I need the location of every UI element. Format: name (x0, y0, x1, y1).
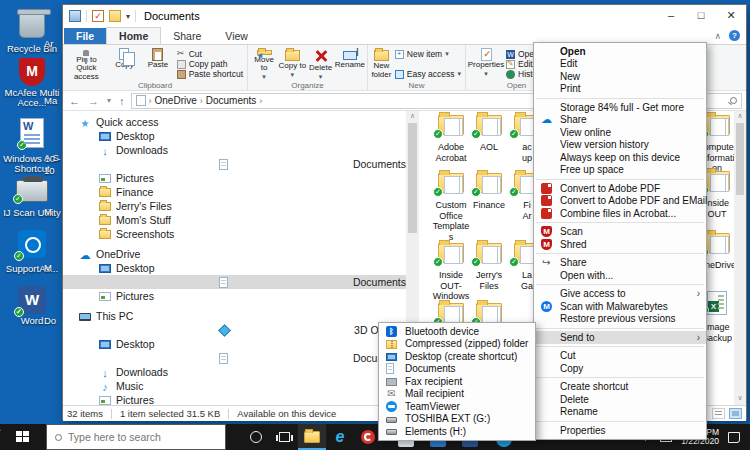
send-to-item-toshiba-ext-g[interactable]: TOSHIBA EXT (G:) (379, 413, 535, 426)
context-menu-item-restore-previous-versions[interactable]: Restore previous versions (534, 313, 706, 326)
details-view-toggle-icon[interactable] (712, 408, 725, 419)
file-item-adobe-acrobat[interactable]: Adobe Acrobat (431, 115, 471, 163)
start-button[interactable] (0, 424, 46, 450)
delete-button[interactable]: Delete (307, 47, 335, 81)
context-menu-item-rename[interactable]: Rename (534, 406, 706, 419)
file-scrollbar[interactable]: ∧ ∨ (734, 111, 746, 405)
breadcrumb-onedrive[interactable]: OneDrive (155, 95, 197, 106)
sidebar-item-quick-access[interactable]: Quick access (63, 115, 406, 129)
sidebar-item-this-pc[interactable]: This PC (63, 309, 406, 323)
context-menu-item-give-access-to[interactable]: Give access to› (534, 288, 706, 301)
recent-locations-chevron-icon[interactable]: ▾ (105, 96, 113, 105)
context-menu-item-combine-files-in-acrobat[interactable]: Combine files in Acrobat... (534, 207, 706, 220)
send-to-item-teamviewer[interactable]: TeamViewer (379, 400, 535, 413)
context-menu-item-new[interactable]: New (534, 70, 706, 83)
context-menu-item-storage-84-full-get-more[interactable]: Storage 84% full - Get more (534, 101, 706, 114)
context-menu-item-print[interactable]: Print (534, 83, 706, 96)
sidebar-item-documents[interactable]: Documents (63, 275, 406, 289)
sidebar-item-onedrive[interactable]: OneDrive (63, 247, 406, 261)
sidebar-item-jerry-s-files[interactable]: Jerry's Files (63, 199, 406, 213)
sidebar-item-downloads[interactable]: Downloads (63, 143, 406, 157)
forward-icon[interactable]: → (86, 95, 101, 107)
titlebar[interactable]: ▾ Documents – □ ✕ (63, 5, 746, 27)
file-explorer-taskbar-button[interactable] (298, 424, 326, 450)
context-menu-item-share[interactable]: Share (534, 114, 706, 127)
properties-button[interactable]: Properties (468, 47, 504, 81)
file-item-aol[interactable]: AOL (469, 115, 509, 153)
context-menu-item-scan-with-malwarebytes[interactable]: Scan with Malwarebytes (534, 300, 706, 313)
file-item-inside-out-windows-10[interactable]: Inside OUT-Windows 10 (431, 243, 471, 312)
scroll-up-icon[interactable]: ∧ (406, 112, 419, 122)
paste-shortcut-button[interactable]: Paste shortcut (177, 69, 243, 79)
sidebar-item-mom-s-stuff[interactable]: Mom's Stuff (63, 213, 406, 227)
maximize-button[interactable]: □ (686, 5, 716, 26)
sidebar-item-pictures[interactable]: Pictures (63, 289, 406, 303)
up-icon[interactable]: ↑ (117, 95, 127, 107)
sidebar-item-desktop[interactable]: Desktop (63, 129, 406, 143)
context-menu-item-view-version-history[interactable]: View version history (534, 139, 706, 152)
task-view-button[interactable] (270, 424, 298, 450)
context-menu-item-create-shortcut[interactable]: Create shortcut (534, 381, 706, 394)
scrollbar-thumb[interactable] (408, 123, 417, 233)
pin-to-quick-access-button[interactable]: Pin to Quick access (65, 47, 108, 81)
scroll-down-icon[interactable]: ∨ (734, 394, 746, 404)
tab-home[interactable]: Home (106, 27, 161, 44)
move-to-button[interactable]: Move to (250, 47, 278, 81)
context-menu-item-properties[interactable]: Properties (534, 424, 706, 437)
sidebar-item-finance[interactable]: Finance (63, 185, 406, 199)
file-item-jerry-s-files[interactable]: Jerry's Files (469, 243, 509, 291)
context-menu-item-send-to[interactable]: Send to› (534, 331, 706, 344)
cortana-button[interactable] (242, 424, 270, 450)
sidebar-item-screenshots[interactable]: Screenshots (63, 227, 406, 241)
context-menu-item-view-online[interactable]: View online (534, 126, 706, 139)
send-to-item-bluetooth-device[interactable]: Bluetooth device (379, 325, 535, 338)
tab-view[interactable]: View (213, 28, 260, 44)
sidebar-item-desktop[interactable]: Desktop (63, 337, 406, 351)
large-icons-view-toggle-icon[interactable] (729, 408, 742, 419)
new-item-button[interactable]: New item (395, 49, 461, 59)
context-menu-item-open-with[interactable]: Open with... (534, 269, 706, 282)
scrollbar-thumb[interactable] (736, 123, 744, 195)
minimize-button[interactable]: – (656, 5, 686, 26)
sidebar-item-pictures[interactable]: Pictures (63, 393, 406, 405)
send-to-item-mail-recipient[interactable]: Mail recipient (379, 388, 535, 401)
sidebar-item-desktop[interactable]: Desktop (63, 261, 406, 275)
sidebar-item-downloads[interactable]: Downloads (63, 365, 406, 379)
context-menu-item-share[interactable]: Share (534, 257, 706, 270)
context-menu-item-convert-to-adobe-pdf[interactable]: Convert to Adobe PDF (534, 182, 706, 195)
context-menu-item-open[interactable]: Open (534, 45, 706, 58)
paste-button[interactable]: Paste (141, 47, 174, 81)
context-menu-item-free-up-space[interactable]: Free up space (534, 164, 706, 177)
breadcrumb-documents[interactable]: Documents (206, 95, 257, 106)
cut-button[interactable]: Cut (177, 49, 243, 59)
sidebar-item-documents[interactable]: Documents (63, 351, 406, 365)
taskbar-search[interactable] (46, 424, 226, 450)
context-menu-item-always-keep-on-this-device[interactable]: Always keep on this device (534, 151, 706, 164)
send-to-item-desktop-create-shortcut[interactable]: Desktop (create shortcut) (379, 350, 535, 363)
scroll-up-icon[interactable]: ∧ (734, 112, 746, 122)
rename-button[interactable]: Rename (335, 47, 365, 81)
copy-to-button[interactable]: Copy to (278, 47, 306, 81)
tab-share[interactable]: Share (161, 28, 213, 44)
copy-path-button[interactable]: Copy path (177, 59, 243, 69)
send-to-item-documents[interactable]: Documents (379, 363, 535, 376)
action-center-icon[interactable] (728, 432, 740, 443)
context-menu-item-convert-to-adobe-pdf-and-email[interactable]: Convert to Adobe PDF and EMail (534, 195, 706, 208)
context-menu-item-cut[interactable]: Cut (534, 350, 706, 363)
close-button[interactable]: ✕ (716, 5, 746, 26)
new-folder-icon[interactable] (109, 10, 121, 22)
customize-qat-chevron-icon[interactable]: ▾ (126, 12, 130, 21)
tab-file[interactable]: File (64, 28, 106, 44)
collapse-ribbon-icon[interactable]: ∧ (714, 31, 721, 41)
context-menu-item-copy[interactable]: Copy (534, 362, 706, 375)
file-item-finance[interactable]: Finance (469, 173, 509, 211)
send-to-item-elements-h[interactable]: Elements (H:) (379, 425, 535, 438)
send-to-item-fax-recipient[interactable]: Fax recipient (379, 375, 535, 388)
easy-access-button[interactable]: Easy access (395, 69, 461, 79)
send-to-item-compressed-zipped-folder[interactable]: Compressed (zipped) folder (379, 338, 535, 351)
new-folder-button[interactable]: New folder (370, 47, 393, 81)
sidebar-item-documents[interactable]: Documents (63, 157, 406, 171)
back-icon[interactable]: ← (67, 95, 82, 107)
edge-taskbar-button[interactable] (326, 424, 354, 450)
sidebar-item-pictures[interactable]: Pictures (63, 171, 406, 185)
